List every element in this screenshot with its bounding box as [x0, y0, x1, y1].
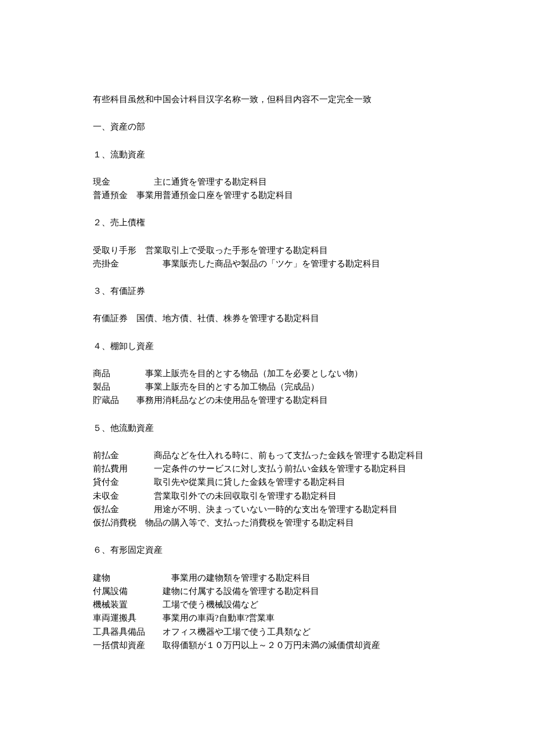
term: 受取り手形: [93, 246, 136, 255]
group-rows: 現金 主に通貨を管理する勘定科目 普通預金 事業用普通預金口座を管理する勘定科目: [93, 175, 441, 203]
term: 製品: [93, 382, 110, 391]
pad: [145, 640, 163, 650]
term: 商品: [93, 369, 110, 378]
definition-row: 一括償却資産 取得価額が１０万円以上～２０万円未満の減価償却資産: [93, 639, 441, 652]
term: 現金: [93, 177, 110, 186]
pad: [119, 491, 154, 501]
pad: [119, 395, 136, 405]
group-heading: ６、有形固定資産: [93, 545, 163, 555]
term: 一括償却資産: [93, 640, 145, 650]
group-rows: 商品 事業上販売を目的とする物品（加工を必要としない物） 製品 事業上販売を目的…: [93, 367, 441, 408]
definition-row: 貯蔵品 事務用消耗品などの未使用品を管理する勘定科目: [93, 394, 441, 407]
term: 工具器具備品: [93, 627, 145, 636]
desc: 物品の購入等で、支払った消費税を管理する勘定科目: [145, 518, 354, 527]
pad: [136, 613, 163, 622]
group-rows: 有価証券 国債、地方債、社債、株券を管理する勘定科目: [93, 312, 441, 325]
pad: [128, 600, 163, 609]
desc: 取得価額が１０万円以上～２０万円未満の減価償却資産: [163, 640, 380, 650]
definition-row: 貸付金 取引先や從業員に貸した金銭を管理する勘定科目: [93, 476, 441, 489]
definition-row: 製品 事業上販売を目的とする加工物品（完成品）: [93, 380, 441, 394]
group-heading: ３、有価証券: [93, 286, 145, 296]
term: 建物: [93, 573, 110, 582]
term: 前払金: [93, 451, 119, 460]
term: 普通預金: [93, 190, 128, 200]
definition-row: 未収金 営業取引外での未回収取引を管理する勘定科目: [93, 489, 441, 503]
definition-row: 仮払消費税 物品の購入等で、支払った消費税を管理する勘定科目: [93, 516, 441, 530]
pad: [119, 477, 154, 487]
pad: [110, 573, 171, 582]
desc: 主に通貨を管理する勘定科目: [154, 177, 267, 186]
intro-note: 有些科目虽然和中国会计科目汉字名称一致，但科目内容不一定完全一致: [93, 95, 371, 104]
pad: [110, 177, 154, 186]
desc: 商品などを仕入れる時に、前もって支払った金銭を管理する勘定科目: [154, 451, 424, 460]
pad: [128, 586, 163, 596]
desc: オフィス機器や工場で使う工具類など: [163, 627, 311, 636]
pad: [119, 451, 154, 460]
desc: 営業取引上で受取った手形を管理する勘定科目: [145, 246, 328, 255]
desc: 用途が不明、決まっていない一時的な支出を管理する勘定科目: [154, 505, 398, 514]
desc: 取引先や從業員に貸した金銭を管理する勘定科目: [154, 477, 345, 487]
term: 貸付金: [93, 477, 119, 487]
desc: 事業上販売を目的とする加工物品（完成品）: [145, 382, 319, 391]
desc: 一定条件のサービスに対し支払う前払い金銭を管理する勘定科目: [154, 464, 406, 473]
term: 車両運搬具: [93, 613, 136, 622]
definition-row: 受取り手形 営業取引上で受取った手形を管理する勘定科目: [93, 244, 441, 257]
group-heading: ２、売上債権: [93, 218, 145, 227]
definition-row: 前払金 商品などを仕入れる時に、前もって支払った金銭を管理する勘定科目: [93, 449, 441, 462]
group-rows: 受取り手形 営業取引上で受取った手形を管理する勘定科目 売掛金 事業販売した商品…: [93, 244, 441, 271]
definition-row: 仮払金 用途が不明、決まっていない一時的な支出を管理する勘定科目: [93, 503, 441, 516]
desc: 営業取引外での未回収取引を管理する勘定科目: [154, 491, 337, 501]
definition-row: 前払費用 一定条件のサービスに対し支払う前払い金銭を管理する勘定科目: [93, 462, 441, 476]
desc: 国債、地方債、社債、株券を管理する勘定科目: [136, 314, 319, 323]
term: 未収金: [93, 491, 119, 501]
pad: [128, 464, 154, 473]
term: 前払費用: [93, 464, 128, 473]
definition-row: 商品 事業上販売を目的とする物品（加工を必要としない物）: [93, 367, 441, 380]
pad: [119, 505, 154, 514]
desc: 建物に付属する設備を管理する勘定科目: [163, 586, 319, 596]
definition-row: 有価証券 国債、地方債、社債、株券を管理する勘定科目: [93, 312, 441, 325]
pad: [136, 246, 145, 255]
definition-row: 工具器具備品 オフィス機器や工場で使う工具類など: [93, 625, 441, 639]
definition-row: 機械装置 工場で使う機械設備など: [93, 598, 441, 611]
term: 売掛金: [93, 259, 119, 268]
group-rows: 前払金 商品などを仕入れる時に、前もって支払った金銭を管理する勘定科目 前払費用…: [93, 449, 441, 530]
pad: [128, 314, 136, 323]
definition-row: 建物 事業用の建物類を管理する勘定科目: [93, 571, 441, 585]
desc: 事業販売した商品や製品の「ツケ」を管理する勘定科目: [163, 259, 380, 268]
term: 機械装置: [93, 600, 128, 609]
desc: 事業用の建物類を管理する勘定科目: [171, 573, 311, 582]
desc: 事業上販売を目的とする物品（加工を必要としない物）: [145, 369, 363, 378]
group-heading: １、流動資産: [93, 150, 145, 159]
definition-row: 付属設備 建物に付属する設備を管理する勘定科目: [93, 585, 441, 598]
desc: 事業用の車両?自動車?営業車: [163, 613, 275, 622]
pad: [136, 518, 145, 527]
desc: 事業用普通預金口座を管理する勘定科目: [136, 190, 293, 200]
pad: [119, 259, 163, 268]
section-heading: 一、資産の部: [93, 122, 145, 131]
pad: [110, 369, 145, 378]
term: 仮払消費税: [93, 518, 136, 527]
desc: 工場で使う機械設備など: [163, 600, 258, 609]
group-heading: ４、棚卸し資産: [93, 341, 154, 351]
group-heading: ５、他流動資産: [93, 423, 154, 433]
term: 有価証券: [93, 314, 128, 323]
definition-row: 普通預金 事業用普通預金口座を管理する勘定科目: [93, 189, 441, 202]
term: 貯蔵品: [93, 395, 119, 405]
term: 付属設備: [93, 586, 128, 596]
definition-row: 現金 主に通貨を管理する勘定科目: [93, 175, 441, 189]
group-rows: 建物 事業用の建物類を管理する勘定科目 付属設備 建物に付属する設備を管理する勘…: [93, 571, 441, 653]
term: 仮払金: [93, 505, 119, 514]
pad: [145, 627, 163, 636]
pad: [110, 382, 145, 391]
desc: 事務用消耗品などの未使用品を管理する勘定科目: [136, 395, 328, 405]
definition-row: 売掛金 事業販売した商品や製品の「ツケ」を管理する勘定科目: [93, 257, 441, 271]
pad: [128, 190, 136, 200]
definition-row: 車両運搬具 事業用の車両?自動車?営業車: [93, 611, 441, 625]
